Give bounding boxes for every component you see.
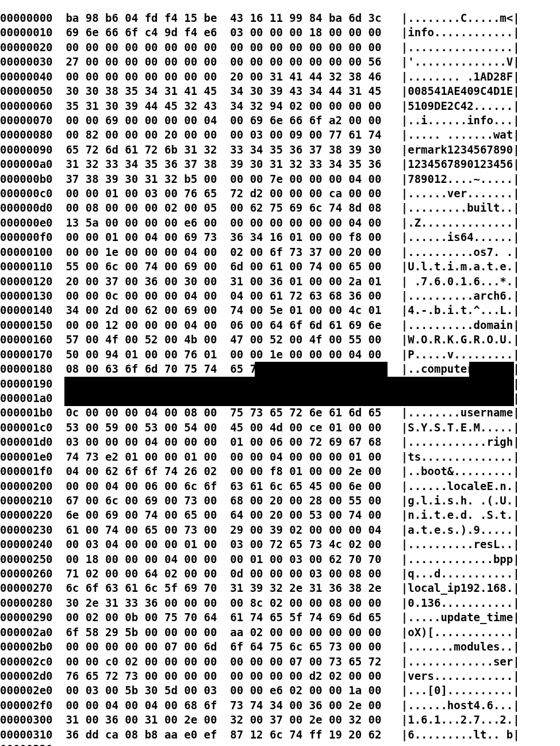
hexdump-row: 00000050 30 30 38 35 34 31 41 45 34 30 3… [0, 84, 560, 98]
hexdump-row: 00000200 00 00 04 00 06 00 6c 6f 63 61 6… [0, 479, 560, 493]
hexdump-row: 00000280 30 2e 31 33 36 00 00 00 00 8c 0… [0, 596, 560, 610]
hexdump: 00000000 ba 98 b6 04 fd f4 15 be 43 16 1… [0, 11, 560, 746]
hexdump-row: 000001d0 03 00 00 00 04 00 00 00 01 00 0… [0, 435, 560, 449]
hexdump-row: 000002a0 6f 58 29 5b 00 00 00 00 aa 02 0… [0, 625, 560, 640]
hexdump-row: 000000b0 37 38 39 30 31 32 b5 00 00 00 7… [0, 172, 560, 186]
hexdump-row: 00000290 00 02 00 0b 00 75 70 64 61 74 6… [0, 610, 560, 625]
hexdump-row: 00000080 00 82 00 00 00 20 00 00 00 03 0… [0, 128, 560, 142]
hexdump-row: 00000310 36 dd ca 08 b8 aa e0 ef 87 12 6… [0, 728, 560, 742]
hexdump-row: 000000a0 31 32 33 34 35 36 37 38 39 30 3… [0, 157, 560, 171]
hexdump-row: 00000130 00 00 0c 00 00 00 04 00 04 00 6… [0, 289, 560, 303]
redaction-block [64, 377, 514, 392]
hexdump-row: 000000d0 00 08 00 00 00 02 00 05 00 62 7… [0, 201, 560, 215]
hexdump-row: 00000240 00 03 04 00 00 00 01 00 03 00 7… [0, 537, 560, 552]
hexdump-row: 00000010 69 6e 66 6f c4 9d f4 e6 03 00 0… [0, 25, 560, 40]
hexdump-row: 00000170 50 00 94 01 00 00 76 01 00 00 1… [0, 347, 560, 362]
redaction-block [469, 362, 514, 377]
hexdump-row: 000002b0 00 00 00 00 00 07 00 6d 6f 64 7… [0, 640, 560, 654]
hexdump-row: 00000260 71 02 00 00 64 02 00 00 0d 00 0… [0, 567, 560, 581]
hexdump-row: 00000060 35 31 30 39 44 45 32 43 34 32 9… [0, 99, 560, 113]
hexdump-row: 000000c0 00 00 01 00 03 00 76 65 72 d2 0… [0, 186, 560, 201]
hexdump-row: 00000190 | | [0, 377, 560, 391]
hexdump-row: 00000230 61 00 74 00 65 00 73 00 29 00 3… [0, 523, 560, 537]
hexdump-row: 000000e0 13 5a 00 00 00 00 e6 00 00 00 0… [0, 216, 560, 230]
hexdump-row: 00000220 6e 00 69 00 74 00 65 00 64 00 2… [0, 508, 560, 522]
hexdump-row: 000001a0 | | [0, 391, 560, 405]
hexdump-row: 00000020 00 00 00 00 00 00 00 00 00 00 0… [0, 40, 560, 55]
hexdump-row: 00000150 00 00 12 00 00 00 04 00 06 00 6… [0, 318, 560, 332]
hexdump-row: 000001c0 53 00 59 00 53 00 54 00 45 00 4… [0, 420, 560, 435]
hexdump-row: 00000000 ba 98 b6 04 fd f4 15 be 43 16 1… [0, 11, 560, 25]
hexdump-row: 000002e0 00 03 00 5b 30 5d 00 03 00 00 e… [0, 683, 560, 698]
hexdump-row: 00000160 57 00 4f 00 52 00 4b 00 47 00 5… [0, 332, 560, 347]
hexdump-row: 00000180 08 00 63 6f 6d 70 75 74 65 72 |… [0, 362, 560, 376]
hexdump-row: 00000070 00 00 69 00 00 00 00 04 00 69 6… [0, 113, 560, 128]
redaction-block [64, 391, 514, 406]
hexdump-row: 00000100 00 00 1e 00 00 00 04 00 02 00 6… [0, 245, 560, 259]
hexdump-row: 000001f0 04 00 62 6f 6f 74 26 02 00 00 f… [0, 464, 560, 479]
hexdump-row: 000002f0 00 00 04 00 04 00 68 6f 73 74 3… [0, 698, 560, 713]
redaction-block [255, 362, 388, 377]
hexdump-row: 00000250 00 18 00 00 00 04 00 00 00 01 0… [0, 552, 560, 567]
hexdump-row: 00000140 34 00 2d 00 62 00 69 00 74 00 5… [0, 303, 560, 317]
hexdump-row: 000000f0 00 00 01 00 04 00 69 73 36 34 1… [0, 230, 560, 244]
hexdump-row: 00000210 67 00 6c 00 69 00 73 00 68 00 2… [0, 493, 560, 508]
hexdump-row: 000001e0 74 73 e2 01 00 00 01 00 00 00 0… [0, 450, 560, 464]
hexdump-row: 00000300 31 00 36 00 31 00 2e 00 32 00 3… [0, 713, 560, 727]
hexdump-row: 00000320 [0, 742, 560, 746]
hexdump-row: 00000090 65 72 6d 61 72 6b 31 32 33 34 3… [0, 143, 560, 157]
hexdump-row: 00000120 20 00 37 00 36 00 30 00 31 00 3… [0, 274, 560, 289]
hexdump-row: 000001b0 0c 00 00 00 04 00 08 00 75 73 6… [0, 405, 560, 420]
hexdump-row: 000002d0 76 65 72 73 00 00 00 00 00 00 0… [0, 669, 560, 683]
hexdump-row: 00000030 27 00 00 00 00 00 00 00 00 00 0… [0, 55, 560, 69]
hexdump-row: 00000040 00 00 00 00 00 00 00 00 20 00 3… [0, 70, 560, 84]
hexdump-row: 00000110 55 00 6c 00 74 00 69 00 6d 00 6… [0, 259, 560, 274]
hexdump-row: 00000270 6c 6f 63 61 6c 5f 69 70 31 39 3… [0, 581, 560, 595]
hexdump-row: 000002c0 00 00 c0 02 00 00 00 00 00 00 0… [0, 655, 560, 669]
